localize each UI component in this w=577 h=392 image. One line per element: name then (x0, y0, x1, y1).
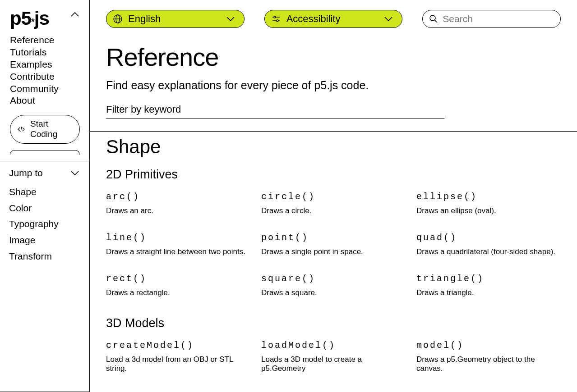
jumpto-color[interactable]: Color (9, 200, 79, 216)
entry-quad[interactable]: quad()Draws a quadrilateral (four-sided … (416, 232, 561, 256)
entry-ellipse[interactable]: ellipse()Draws an ellipse (oval). (416, 191, 561, 215)
nav-about[interactable]: About (10, 95, 79, 107)
svg-point-8 (430, 15, 435, 21)
nav-contribute[interactable]: Contribute (10, 71, 79, 83)
entry-circle[interactable]: circle()Draws a circle. (261, 191, 406, 215)
search-input[interactable] (443, 14, 551, 24)
main-content: English Accessibility Reference Find eas… (90, 0, 577, 392)
nav-reference[interactable]: Reference (10, 34, 79, 46)
chevron-down-icon (70, 170, 79, 176)
chevron-down-icon (226, 16, 235, 22)
subsection-3dmodels: 3D Models (106, 316, 561, 330)
logo[interactable]: p5*js (10, 9, 49, 28)
entry-arc[interactable]: arc()Draws an arc. (106, 191, 250, 215)
entry-square[interactable]: square()Draws a square. (261, 273, 406, 297)
entry-model[interactable]: model()Draws a p5.Geometry object to the… (416, 340, 561, 373)
language-select[interactable]: English (106, 10, 245, 28)
jumpto-label: Jump to (9, 168, 43, 178)
svg-point-7 (277, 20, 278, 22)
code-icon (17, 125, 26, 134)
start-coding-button[interactable]: Start Coding (10, 115, 80, 144)
jumpto-transform[interactable]: Transform (9, 248, 79, 264)
partial-button-peek (10, 150, 80, 155)
nav-tutorials[interactable]: Tutorials (10, 46, 79, 59)
start-coding-label: Start Coding (30, 119, 57, 140)
search-icon (429, 14, 438, 23)
sidebar: p5*js Reference Tutorials Examples Contr… (0, 0, 90, 392)
jumpto-list: Shape Color Typography Image Transform (9, 184, 79, 264)
jumpto-shape[interactable]: Shape (9, 184, 79, 200)
entry-rect[interactable]: rect()Draws a rectangle. (106, 273, 250, 297)
top-controls: English Accessibility (106, 10, 561, 28)
accessibility-label: Accessibility (286, 13, 341, 25)
nav-community[interactable]: Community (10, 83, 79, 95)
chevron-down-icon (384, 16, 393, 22)
entry-loadmodel[interactable]: loadModel()Loads a 3D model to create a … (261, 340, 406, 373)
page-description: Find easy explanations for every piece o… (106, 79, 561, 92)
grid-2dprimitives: arc()Draws an arc. circle()Draws a circl… (106, 191, 561, 297)
globe-icon (113, 14, 123, 24)
section-shape-title: Shape (106, 136, 561, 158)
entry-line[interactable]: line()Draws a straight line between two … (106, 232, 250, 256)
svg-line-9 (435, 20, 437, 23)
section-divider (90, 131, 577, 132)
search-box[interactable] (422, 10, 561, 28)
logo-row: p5*js (10, 9, 79, 28)
filter-input[interactable] (106, 101, 444, 119)
svg-point-5 (274, 16, 276, 18)
nav-examples[interactable]: Examples (10, 59, 79, 71)
entry-createmodel[interactable]: createModel()Load a 3d model from an OBJ… (106, 340, 250, 373)
sidebar-top: p5*js Reference Tutorials Examples Contr… (0, 0, 89, 155)
svg-line-0 (21, 127, 22, 132)
sidebar-jumpto: Jump to Shape Color Typography Image Tra… (0, 161, 89, 392)
entry-point[interactable]: point()Draws a single point in space. (261, 232, 406, 256)
main-nav: Reference Tutorials Examples Contribute … (10, 34, 79, 107)
accessibility-select[interactable]: Accessibility (264, 10, 403, 28)
grid-3dmodels: createModel()Load a 3d model from an OBJ… (106, 340, 561, 373)
entry-triangle[interactable]: triangle()Draws a triangle. (416, 273, 561, 297)
subsection-2dprimitives: 2D Primitives (106, 168, 561, 182)
language-label: English (128, 13, 161, 25)
jumpto-image[interactable]: Image (9, 232, 79, 248)
jumpto-typography[interactable]: Typography (9, 216, 79, 232)
jumpto-header[interactable]: Jump to (9, 168, 79, 178)
chevron-up-icon[interactable] (70, 12, 79, 17)
page-title: Reference (106, 42, 561, 72)
sliders-icon (271, 14, 281, 24)
